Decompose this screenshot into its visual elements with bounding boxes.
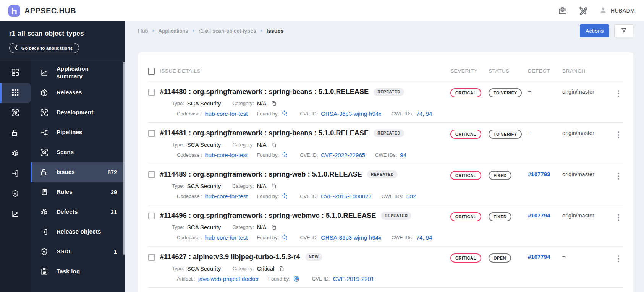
branch-value: origin/master — [562, 130, 594, 136]
rail-chart-line-icon[interactable] — [0, 204, 31, 225]
shield-check-icon — [40, 248, 49, 256]
rail-apps-grid-icon[interactable] — [0, 83, 31, 103]
status-badge: TO VERIFY — [489, 88, 522, 97]
cve-link[interactable]: CVE-2016-1000027 — [321, 193, 372, 200]
issue-title[interactable]: #114489 : org.springframework : spring-w… — [160, 170, 362, 178]
cve-label: CVE ID: — [300, 152, 318, 158]
sidebar-item-label: Development — [57, 109, 93, 116]
source-link[interactable]: hub-core-for-test — [205, 110, 248, 117]
branch-value: origin/master — [562, 171, 594, 177]
issue-title[interactable]: #114627 : alpine:v3.9 libjpeg-turbo-1.5.… — [160, 253, 300, 261]
source-link[interactable]: hub-core-for-test — [205, 234, 248, 241]
source-link[interactable]: hub-core-for-test — [205, 152, 248, 158]
rail-lock-alert-icon[interactable] — [0, 123, 31, 144]
issue-title[interactable]: #114481 : org.springframework : spring-b… — [160, 129, 369, 137]
row-menu-icon[interactable] — [613, 130, 623, 140]
source-link[interactable]: hub-core-for-test — [205, 193, 248, 200]
sidebar-item-application-summary[interactable]: Application summary — [31, 63, 125, 83]
sidebar-item-issues[interactable]: Issues 672 — [31, 162, 125, 182]
chevron-left-icon — [14, 45, 18, 51]
issue-checkbox[interactable] — [148, 171, 155, 178]
column-severity: SEVERITY — [450, 68, 489, 74]
filter-button[interactable] — [614, 24, 633, 37]
issue-checkbox[interactable] — [148, 213, 155, 219]
rail-shield-check-icon[interactable] — [0, 184, 31, 204]
apps-grid-icon — [11, 89, 19, 98]
copy-icon[interactable] — [271, 101, 277, 107]
cve-link[interactable]: CVE-2019-2201 — [333, 276, 374, 282]
status-badge: FIXED — [489, 171, 511, 180]
sidebar-item-label: Rules — [57, 188, 73, 196]
sidebar-item-releases[interactable]: Releases — [31, 83, 125, 103]
sidebar-item-task-log[interactable]: Task log — [31, 262, 125, 282]
exit-icon — [40, 228, 49, 236]
found-by-label: Found by: — [257, 193, 279, 199]
type-label: Type: — [172, 101, 184, 106]
issue-checkbox[interactable] — [148, 89, 155, 96]
copy-icon[interactable] — [278, 266, 285, 272]
sidebar-scrollbar[interactable] — [123, 62, 125, 255]
tools-icon[interactable] — [578, 6, 588, 16]
cve-link[interactable]: GHSA-36p3-wjmg-h94x — [321, 110, 381, 117]
issue-title[interactable]: #114496 : org.springframework : spring-w… — [160, 212, 376, 220]
cve-label: CVE ID: — [300, 193, 318, 199]
user-icon — [599, 6, 607, 16]
cve-link[interactable]: GHSA-36p3-wjmg-h94x — [321, 234, 381, 241]
sidebar-item-pipelines[interactable]: Pipelines — [31, 123, 125, 143]
sidebar-item-defects[interactable]: Defects 31 — [31, 202, 125, 222]
rail-exit-icon[interactable] — [0, 164, 31, 184]
cwe-links[interactable]: 74, 94 — [416, 234, 432, 241]
breadcrumb-item[interactable]: Applications — [159, 28, 188, 34]
cve-label: CVE ID: — [312, 276, 330, 282]
issue-checkbox[interactable] — [148, 130, 155, 137]
sidebar-item-ssdl[interactable]: SSDL 1 — [31, 242, 125, 262]
cve-label: CVE ID: — [300, 235, 318, 240]
cwe-links[interactable]: 502 — [406, 193, 416, 200]
category-label: Category: — [232, 142, 254, 148]
sidebar-item-label: Release objects — [57, 228, 101, 235]
sidebar-item-development[interactable]: Development — [31, 103, 125, 123]
row-menu-icon[interactable] — [613, 89, 623, 98]
user-menu[interactable]: HUBADM — [599, 6, 635, 16]
sidebar-item-release-objects[interactable]: Release objects — [31, 222, 125, 242]
sidebar-item-scans[interactable]: Scans — [31, 143, 125, 162]
source-link[interactable]: java-web-project.docker — [198, 276, 259, 282]
category-label: Category: — [232, 101, 254, 106]
cve-link[interactable]: CVE-2022-22965 — [321, 152, 365, 158]
issue-title[interactable]: #114480 : org.springframework : spring-b… — [160, 88, 369, 96]
defect-cell[interactable]: #107794 — [528, 212, 562, 219]
rail-dashboard-icon[interactable] — [0, 63, 31, 83]
rail-bug-icon[interactable] — [0, 144, 31, 164]
row-menu-icon[interactable] — [613, 254, 623, 263]
cwe-links[interactable]: 94 — [400, 152, 406, 158]
defect-cell[interactable]: #107794 — [528, 253, 562, 260]
defect-cell[interactable]: #107793 — [528, 170, 562, 178]
sidebar-item-label: Task log — [57, 268, 80, 275]
lock-alert-icon — [40, 168, 49, 177]
issue-badge: REPEATED — [374, 129, 404, 137]
actions-button[interactable]: Actions — [580, 24, 609, 37]
cwe-links[interactable]: 74, 94 — [416, 110, 432, 117]
scan-cube-icon — [40, 148, 49, 157]
row-menu-icon[interactable] — [613, 213, 623, 222]
go-back-button[interactable]: Go back to applications — [9, 43, 79, 53]
breadcrumb-item[interactable]: r1-all-scan-object-types — [199, 28, 256, 34]
sidebar-item-label: Releases — [57, 89, 82, 96]
copy-icon[interactable] — [271, 142, 277, 148]
app-logo[interactable]: APPSEC.HUB — [8, 5, 76, 17]
main-area: HubApplicationsr1-all-scan-object-typesI… — [125, 21, 644, 292]
package-icon — [40, 89, 49, 97]
breadcrumb-item[interactable]: Hub — [138, 28, 148, 34]
breadcrumb-dot — [261, 30, 262, 32]
copy-icon[interactable] — [271, 183, 277, 189]
type-label: Type: — [172, 142, 184, 148]
copy-icon[interactable] — [271, 224, 277, 230]
row-menu-icon[interactable] — [613, 172, 623, 181]
branch-value: origin/master — [562, 213, 594, 219]
issue-checkbox[interactable] — [148, 254, 155, 261]
rail-scan-cube-icon[interactable] — [0, 103, 31, 123]
toolbox-icon[interactable] — [558, 6, 568, 16]
sidebar-item-rules[interactable]: Rules 29 — [31, 182, 125, 202]
select-all-checkbox[interactable] — [148, 68, 155, 75]
type-label: Type: — [172, 266, 184, 271]
